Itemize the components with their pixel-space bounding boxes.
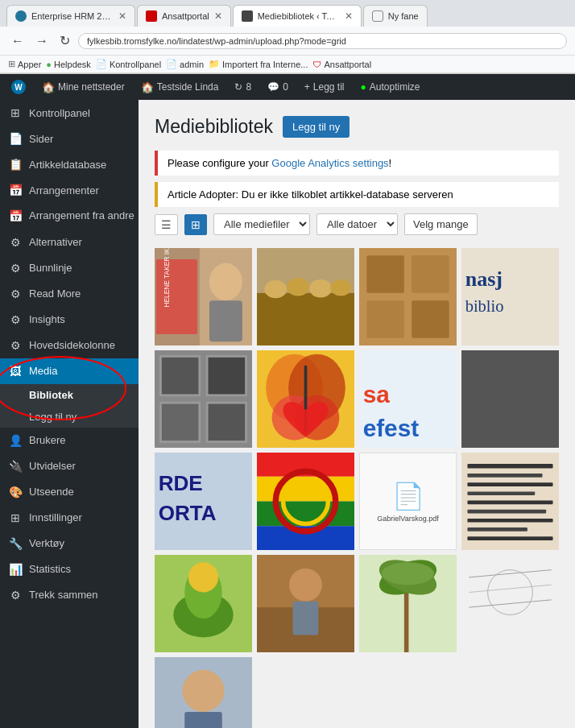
doc-icon-2: 📄 [166, 59, 177, 69]
sidebar-item-trekk-sammen[interactable]: ⚙ Trekk sammen [0, 582, 139, 608]
svg-point-59 [188, 562, 218, 592]
bm-ansattportal-label: Ansattportal [324, 60, 371, 69]
media-item-text-image[interactable]: RDE ORTA [155, 453, 252, 550]
sidebar-item-brukere[interactable]: 👤 Brukere [0, 428, 139, 453]
sidebar-item-statistics[interactable]: 📊 Statistics [0, 556, 139, 582]
adminbar-comments[interactable]: 💬 0 [264, 81, 292, 93]
adminbar-wp-logo[interactable]: W [8, 80, 29, 94]
media-filter-select[interactable]: Alle mediefiler Bilder [213, 213, 310, 235]
sidebar-label-sider: Sider [29, 133, 53, 145]
sidebar-item-utseende[interactable]: 🎨 Utseende [0, 479, 139, 505]
bm-kontrollpanel-label: Kontrollpanel [110, 60, 161, 69]
media-item-sami-flag[interactable] [257, 453, 354, 550]
adminbar-autoptimize[interactable]: ● Autoptimize [358, 81, 424, 93]
svg-rect-65 [404, 593, 409, 652]
sidebar-label-bunnlinje: Bunnlinje [29, 262, 72, 274]
list-view-button[interactable]: ☰ [155, 214, 178, 235]
media-item-palm[interactable] [359, 555, 457, 652]
sidebar-item-kontrollpanel[interactable]: ⊞ Kontrollpanel [0, 100, 139, 126]
back-button[interactable]: ← [8, 32, 27, 50]
reload-button[interactable]: ↻ [56, 31, 73, 50]
sidebar-item-verktoy[interactable]: 🔧 Verktøy [0, 531, 139, 556]
adminbar-testside[interactable]: 🏠 Testside Linda [138, 81, 222, 93]
tab-favicon-wp [15, 10, 27, 22]
tab-enterprise[interactable]: Enterprise HRM 2017.3.0... ✕ [6, 5, 135, 27]
sidebar-item-utvidelser[interactable]: 🔌 Utvidelser [0, 453, 139, 479]
sidebar-item-insights[interactable]: ⚙ Insights [0, 307, 139, 333]
media-item-chickens[interactable] [257, 248, 354, 345]
tab-favicon-ny [372, 10, 383, 22]
sidebar-label-hovedsidekolonne: Hovedsidekolonne [29, 339, 115, 351]
media-item-nasj[interactable]: nasj biblio [461, 248, 559, 345]
sidebar-item-arrangement-fra-andre[interactable]: 📅 Arrangement fra andre [0, 203, 139, 230]
svg-text:biblio: biblio [465, 297, 504, 315]
url-bar[interactable]: fylkesbib.tromsfylke.no/lindatest/wp-adm… [78, 33, 567, 49]
media-item-person[interactable]: HELENE TAKER IKSE-MAKER [155, 248, 252, 345]
svg-point-8 [264, 280, 287, 298]
sidebar-item-read-more[interactable]: ⚙ Read More [0, 281, 139, 307]
bm-apper[interactable]: ⊞ Apper [8, 59, 41, 69]
media-item-man[interactable] [155, 657, 252, 728]
sidebar-label-insights: Insights [29, 313, 65, 325]
media-item-sketch[interactable] [461, 555, 559, 652]
bm-admin[interactable]: 📄 admin [166, 59, 204, 69]
media-item-pdf[interactable]: 📄 GabrielVarskog.pdf [359, 453, 457, 550]
tab-ansatt[interactable]: Ansattportal ✕ [137, 5, 231, 27]
sidebar-media-wrapper: 🖼 Media Bibliotek Legg til ny [0, 358, 139, 428]
media-item-flower[interactable] [155, 555, 252, 652]
svg-point-10 [309, 279, 332, 297]
grid-view-button[interactable]: ⊞ [184, 214, 207, 235]
svg-text:nasj: nasj [465, 267, 503, 291]
bm-kontrollpanel[interactable]: 📄 Kontrollpanel [96, 59, 161, 69]
tab-close-enterprise[interactable]: ✕ [118, 10, 126, 22]
bm-ansattportal[interactable]: 🛡 Ansattportal [312, 60, 371, 69]
tab-ny[interactable]: Ny fane [363, 5, 428, 27]
media-item-butterfly[interactable] [257, 350, 354, 448]
tab-close-medie[interactable]: ✕ [345, 10, 353, 22]
utseende-icon: 🎨 [8, 486, 23, 498]
updates-count: 8 [246, 81, 251, 93]
add-new-button[interactable]: Legg til ny [283, 116, 350, 138]
svg-rect-50 [467, 491, 535, 495]
verktoy-icon: 🔧 [8, 537, 23, 550]
legg-til-ny-label: Legg til ny [29, 411, 77, 423]
sidebar-item-hovedsidekolonne[interactable]: ⚙ Hovedsidekolonne [0, 333, 139, 358]
bm-importert[interactable]: 📁 Importert fra Interne... [209, 59, 308, 69]
statistics-icon: 📊 [8, 563, 23, 576]
sidebar-item-media[interactable]: 🖼 Media [0, 358, 139, 384]
adminbar-mine-nettsteder[interactable]: 🏠 Mine nettsteder [39, 81, 128, 93]
media-item-liber[interactable] [461, 453, 559, 550]
media-item-frames[interactable] [155, 350, 252, 448]
bm-helpdesk[interactable]: ● Helpdesk [46, 60, 91, 69]
bulk-select-button[interactable]: Velg mange [404, 213, 478, 235]
media-item-fest[interactable]: sa efest [359, 350, 457, 448]
svg-rect-23 [160, 403, 199, 441]
adminbar-legg-til[interactable]: + Legg til [301, 81, 348, 93]
media-item-cut[interactable] [461, 350, 559, 448]
tab-favicon-medie [242, 10, 253, 22]
date-filter-select[interactable]: Alle datoer [316, 213, 398, 235]
tab-medie[interactable]: Mediebibliotek ‹ Testside ... ✕ [233, 5, 362, 27]
sidebar-item-alternativer[interactable]: ⚙ Alternativer [0, 230, 139, 255]
sidebar-sub-legg-til-ny[interactable]: Legg til ny [0, 406, 139, 428]
google-analytics-link[interactable]: Google Analytics settings [271, 157, 388, 169]
sidebar-item-arrangementer[interactable]: 📅 Arrangementer [0, 177, 139, 203]
media-item-art-brown[interactable] [359, 248, 457, 345]
sidebar-item-bunnlinje[interactable]: ⚙ Bunnlinje [0, 255, 139, 281]
sidebar-sub-bibliotek[interactable]: Bibliotek [0, 384, 139, 406]
sidebar-item-innstillinger[interactable]: ⊞ Innstillinger [0, 505, 139, 531]
svg-point-11 [330, 279, 351, 296]
svg-rect-35 [461, 350, 559, 448]
media-item-kid-outdoor[interactable] [257, 555, 354, 652]
sidebar-item-sider[interactable]: 📄 Sider [0, 126, 139, 151]
shield-icon: 🛡 [312, 60, 321, 69]
svg-rect-55 [467, 536, 552, 540]
forward-button[interactable]: → [32, 32, 52, 50]
svg-rect-47 [467, 464, 552, 469]
sidebar-item-artikkeldatabase[interactable]: 📋 Artikkeldatabase [0, 151, 139, 177]
tab-close-ansatt[interactable]: ✕ [214, 10, 222, 22]
svg-point-4 [209, 263, 242, 301]
sidebar-label-read-more: Read More [29, 287, 81, 300]
adminbar-updates[interactable]: ↻ 8 [231, 81, 254, 93]
media-icon: 🖼 [8, 365, 23, 378]
